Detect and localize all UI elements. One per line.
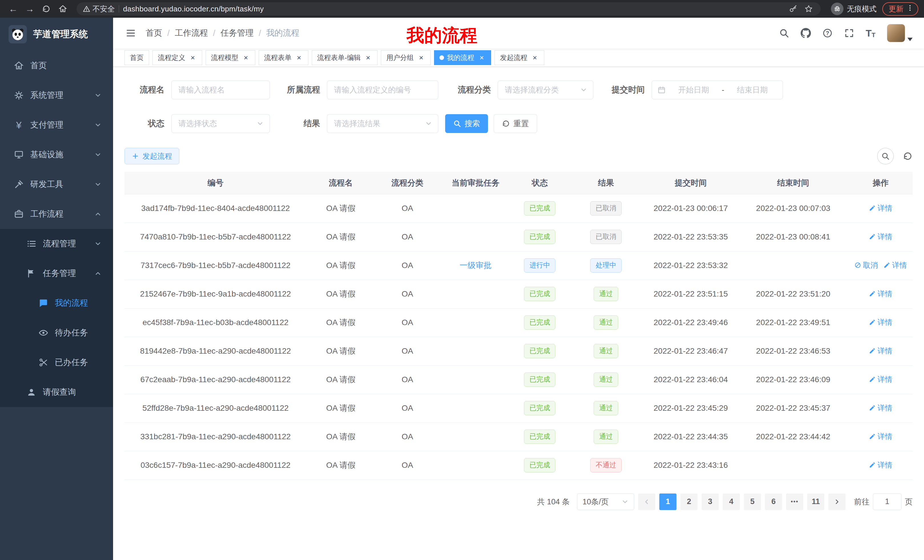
address-bar[interactable]: 不安全 dashboard.yudao.iocoder.cn/bpm/task/… (76, 2, 820, 15)
back-icon[interactable]: ← (6, 1, 21, 16)
cell-actions: 详情 (849, 451, 913, 479)
refresh-table-icon[interactable] (903, 151, 913, 161)
detail-link[interactable]: 详情 (869, 403, 892, 413)
detail-link[interactable]: 详情 (869, 232, 892, 242)
detail-link[interactable]: 详情 (869, 374, 892, 385)
tab-process-definition[interactable]: 流程定义× (153, 50, 202, 65)
page-size-select[interactable]: 10条/页 (577, 494, 634, 510)
bookmark-star-icon[interactable] (803, 3, 814, 15)
sidebar-item-task-mgmt[interactable]: 任务管理 (0, 259, 113, 288)
eye-icon (37, 326, 50, 339)
tab-process-form-edit[interactable]: 流程表单-编辑× (312, 50, 378, 65)
breadcrumb-item[interactable]: 工作流程 (175, 27, 208, 39)
next-page-button[interactable] (828, 494, 846, 510)
sidebar-item-dev-tools[interactable]: 研发工具 (0, 169, 113, 199)
process-name-input[interactable] (171, 81, 270, 99)
table-row: 819442e8-7b9a-11ec-a290-acde48001122OA 请… (124, 337, 913, 365)
sidebar-item-home[interactable]: 首页 (0, 51, 113, 81)
goto-page-input[interactable] (873, 494, 902, 510)
result-select[interactable]: 请选择流结果 (327, 114, 438, 133)
cell-category: OA (375, 194, 440, 223)
search-button[interactable]: 搜索 (445, 114, 488, 133)
status-badge: 已完成 (524, 430, 555, 444)
detail-link[interactable]: 详情 (869, 317, 892, 327)
tab-user-group[interactable]: 用户分组× (381, 50, 430, 65)
reset-button[interactable]: 重置 (494, 114, 537, 133)
prev-page-button[interactable] (638, 494, 655, 510)
page-button-4[interactable]: 4 (723, 494, 740, 510)
tab-process-model[interactable]: 流程模型× (206, 50, 255, 65)
current-task-link[interactable]: 一级审批 (460, 261, 492, 270)
page-button-1[interactable]: 1 (659, 494, 676, 510)
search-icon[interactable] (779, 28, 789, 38)
url-text[interactable]: dashboard.yudao.iocoder.cn/bpm/task/my (123, 4, 264, 13)
tab-my-process[interactable]: 我的流程× (434, 50, 491, 65)
cell-status: 已完成 (512, 223, 568, 251)
page-button-3[interactable]: 3 (702, 494, 719, 510)
sidebar-item-system[interactable]: 系统管理 (0, 81, 113, 110)
tab-label: 首页 (130, 53, 144, 62)
sidebar-item-my-process[interactable]: 我的流程 (0, 288, 113, 318)
result-label: 结果 (280, 118, 320, 129)
page-button-11[interactable]: 11 (807, 494, 824, 510)
submit-time-range-picker[interactable]: 开始日期 - 结束日期 (652, 81, 783, 99)
breadcrumb-item[interactable]: 首页 (146, 27, 162, 39)
fullscreen-icon[interactable] (844, 28, 854, 38)
sidebar-item-infrastructure[interactable]: 基础设施 (0, 140, 113, 169)
cell-status: 已完成 (512, 280, 568, 308)
sidebar-item-process-mgmt[interactable]: 流程管理 (0, 229, 113, 259)
close-icon[interactable]: × (364, 54, 372, 61)
avatar[interactable] (887, 24, 905, 42)
page-button-2[interactable]: 2 (680, 494, 698, 510)
edit-icon (869, 233, 876, 240)
detail-link[interactable]: 详情 (869, 431, 892, 442)
sidebar-item-workflow[interactable]: 工作流程 (0, 199, 113, 229)
sidebar-item-payment[interactable]: ¥支付管理 (0, 110, 113, 140)
sidebar-item-done-tasks[interactable]: 已办任务 (0, 347, 113, 377)
browser-menu-icon[interactable] (906, 4, 914, 14)
sidebar-item-leave-query[interactable]: 请假查询 (0, 377, 113, 407)
tab-start-process[interactable]: 发起流程× (495, 50, 544, 65)
cell-category: OA (375, 394, 440, 422)
font-size-icon[interactable]: TT (866, 28, 876, 39)
docs-help-icon[interactable]: ? (822, 28, 832, 38)
page-button-5[interactable]: 5 (744, 494, 761, 510)
page-button-6[interactable]: 6 (765, 494, 782, 510)
detail-link[interactable]: 详情 (869, 203, 892, 213)
close-icon[interactable]: × (478, 54, 486, 61)
sidebar-item-todo-tasks[interactable]: 待办任务 (0, 318, 113, 347)
cell-id: 52ffd28e-7b9a-11ec-a290-acde48001122 (124, 394, 307, 422)
app-logo[interactable]: 芋道管理系统 (0, 18, 113, 51)
forward-icon[interactable]: → (22, 1, 37, 16)
status-select[interactable]: 请选择状态 (171, 114, 270, 133)
cell-current-task: 一级审批 (440, 251, 512, 280)
update-button[interactable]: 更新 (882, 2, 918, 16)
more-pages-ellipsis[interactable]: ••• (786, 494, 803, 510)
detail-link[interactable]: 详情 (884, 260, 907, 270)
user-menu[interactable] (887, 24, 913, 42)
github-icon[interactable] (801, 28, 811, 38)
hamburger-icon[interactable] (124, 27, 137, 39)
close-icon[interactable]: × (417, 54, 425, 61)
breadcrumb-item[interactable]: 任务管理 (220, 27, 254, 39)
category-select[interactable]: 请选择流程分类 (498, 81, 593, 99)
detail-link[interactable]: 详情 (869, 460, 892, 470)
cancel-link[interactable]: 取消 (854, 260, 878, 270)
close-icon[interactable]: × (189, 54, 197, 61)
key-icon[interactable] (788, 3, 799, 15)
detail-link[interactable]: 详情 (869, 289, 892, 299)
parent-process-input[interactable] (327, 81, 438, 99)
cell-actions: 详情 (849, 394, 913, 422)
home-icon[interactable] (56, 1, 70, 16)
reload-icon[interactable] (39, 1, 54, 16)
close-icon[interactable]: × (242, 54, 250, 61)
create-process-button[interactable]: 发起流程 (124, 148, 179, 165)
tab-home[interactable]: 首页 (124, 50, 149, 65)
close-icon[interactable]: × (295, 54, 303, 61)
close-icon[interactable]: × (531, 54, 539, 61)
detail-link[interactable]: 详情 (869, 346, 892, 356)
tab-process-form[interactable]: 流程表单× (259, 50, 308, 65)
toggle-search-icon[interactable] (877, 148, 894, 165)
not-secure-warning[interactable]: 不安全 (83, 4, 115, 14)
cell-current-task (440, 394, 512, 422)
